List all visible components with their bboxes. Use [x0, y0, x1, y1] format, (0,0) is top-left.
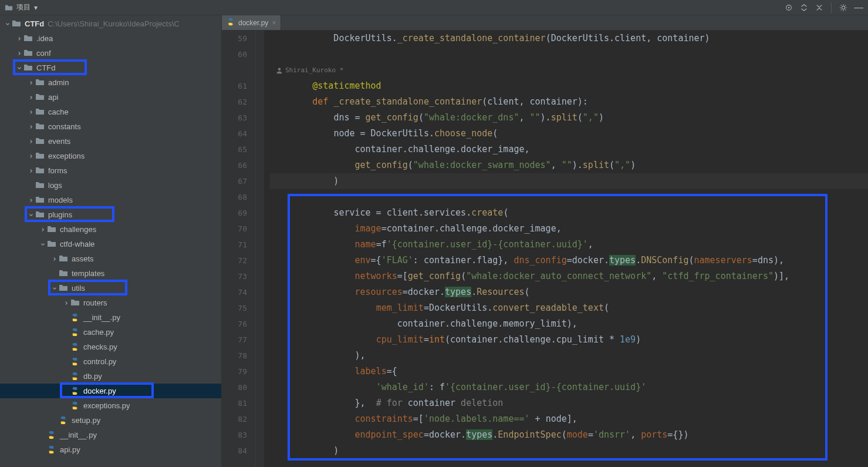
chevron-right-icon[interactable]	[27, 123, 35, 131]
code-line[interactable]: )	[270, 173, 868, 189]
tree-item-forms[interactable]: forms	[0, 163, 221, 178]
tree-item-setup-py[interactable]: setup.py	[0, 413, 221, 428]
code-line[interactable]: service = client.services.create(	[270, 205, 868, 221]
tree-item-conf[interactable]: conf	[0, 46, 221, 61]
code-area[interactable]: DockerUtils._create_standalone_container…	[264, 31, 868, 467]
tree-item-api-py[interactable]: api.py	[0, 442, 221, 457]
code-line[interactable]: DockerUtils._create_standalone_container…	[270, 31, 868, 46]
chevron-down-icon[interactable]	[50, 284, 59, 293]
tree-item-exceptions[interactable]: exceptions	[0, 149, 221, 163]
project-tree[interactable]: CTFdC:\Users\Shirai_Kuroko\IdeaProjects\…	[0, 15, 222, 467]
folder-icon	[35, 93, 45, 102]
tree-item-__init__-py[interactable]: __init__.py	[0, 310, 221, 325]
code-line[interactable]: container.challenge.docker_image,	[270, 142, 868, 157]
code-line[interactable]: env={'FLAG': container.flag}, dns_config…	[270, 253, 868, 268]
code-line[interactable]: labels={	[270, 364, 868, 379]
tree-item-templates[interactable]: templates	[0, 266, 221, 281]
code-line[interactable]: container.challenge.memory_limit),	[270, 316, 868, 332]
tree-item-models[interactable]: models	[0, 193, 221, 207]
tree-item-admin[interactable]: admin	[0, 75, 221, 90]
chevron-right-icon[interactable]	[39, 226, 47, 234]
code-line[interactable]: cpu_limit=int(container.challenge.cpu_li…	[270, 332, 868, 348]
locate-icon[interactable]	[784, 3, 793, 12]
folder-icon	[12, 19, 21, 29]
code-line[interactable]: endpoint_spec=docker.types.EndpointSpec(…	[270, 427, 868, 443]
code-line[interactable]: name=f'{container.user_id}-{container.uu…	[270, 237, 868, 253]
tree-item-control-py[interactable]: control.py	[0, 354, 221, 369]
tree-item-__init__-py[interactable]: __init__.py	[0, 428, 221, 442]
editor-tab-docker[interactable]: docker.py ×	[222, 15, 281, 30]
tree-item-CTFd[interactable]: CTFd	[0, 61, 221, 75]
code-line[interactable]: @staticmethod	[270, 78, 868, 94]
project-tool-window-label[interactable]: 项目 ▾	[0, 2, 42, 12]
chevron-right-icon[interactable]	[27, 152, 35, 160]
chevron-right-icon[interactable]	[27, 137, 35, 146]
chevron-right-icon[interactable]	[50, 255, 59, 263]
tree-item-cache[interactable]: cache	[0, 105, 221, 119]
code-line[interactable]: dns = get_config("whale:docker_dns", "")…	[270, 110, 868, 126]
expand-all-icon[interactable]	[799, 3, 809, 12]
chevron-right-icon[interactable]	[62, 299, 70, 307]
tree-item-api[interactable]: api	[0, 90, 221, 105]
python-file-icon	[70, 357, 80, 367]
code-line[interactable]: ),	[270, 348, 868, 364]
tree-item-constants[interactable]: constants	[0, 119, 221, 134]
code-line[interactable]: networks=[get_config("whale:docker_auto_…	[270, 268, 868, 284]
chevron-down-icon[interactable]	[39, 240, 47, 248]
line-number-gutter: 5960616263646566676869707172737475767778…	[222, 31, 256, 467]
folder-icon	[35, 166, 45, 176]
code-line[interactable]: }, # for container deletion	[270, 395, 868, 411]
tree-item-events[interactable]: events	[0, 134, 221, 149]
chevron-right-icon[interactable]	[27, 167, 35, 175]
chevron-right-icon[interactable]	[27, 79, 35, 87]
tree-item-logs[interactable]: logs	[0, 178, 221, 193]
fold-column[interactable]	[256, 31, 264, 467]
code-line[interactable]: mem_limit=DockerUtils.convert_readable_t…	[270, 300, 868, 316]
chevron-right-icon[interactable]	[15, 49, 23, 58]
folder-icon	[5, 4, 13, 12]
code-line[interactable]: def _create_standalone_container(client,…	[270, 94, 868, 110]
minimize-icon[interactable]: —	[854, 3, 863, 12]
tree-item-utils[interactable]: utils	[0, 281, 221, 295]
tree-item-db-py[interactable]: db.py	[0, 369, 221, 384]
tree-item--idea[interactable]: .idea	[0, 31, 221, 46]
code-line[interactable]: 'whale_id': f'{container.user_id}-{conta…	[270, 379, 868, 395]
tree-item-assets[interactable]: assets	[0, 251, 221, 266]
code-line[interactable]: get_config("whale:docker_swarm_nodes", "…	[270, 157, 868, 173]
chevron-right-icon[interactable]	[15, 35, 23, 43]
tree-item-ctfd-whale[interactable]: ctfd-whale	[0, 237, 221, 251]
code-line[interactable]	[270, 189, 868, 205]
svg-point-1	[788, 6, 790, 8]
tree-item-exceptions-py[interactable]: exceptions.py	[0, 398, 221, 413]
close-tab-icon[interactable]: ×	[272, 19, 276, 27]
folder-icon	[35, 196, 45, 205]
chevron-down-icon[interactable]	[4, 20, 12, 28]
code-line[interactable]: node = DockerUtils.choose_node(	[270, 126, 868, 142]
folder-icon	[35, 107, 45, 117]
tree-item-challenges[interactable]: challenges	[0, 222, 221, 237]
toolbar-divider	[831, 2, 832, 13]
tree-item-cache-py[interactable]: cache.py	[0, 325, 221, 340]
folder-icon	[59, 269, 68, 278]
chevron-down-icon[interactable]	[15, 64, 23, 72]
chevron-right-icon[interactable]	[27, 93, 35, 102]
code-line[interactable]: resources=docker.types.Resources(	[270, 284, 868, 300]
editor-pane: docker.py × 5960616263646566676869707172…	[222, 15, 868, 467]
code-line[interactable]: constraints=['node.labels.name==' + node…	[270, 411, 868, 427]
tree-item-checks-py[interactable]: checks.py	[0, 340, 221, 354]
code-line[interactable]: )	[270, 443, 868, 459]
code-line[interactable]: image=container.challenge.docker_image,	[270, 221, 868, 237]
python-file-icon	[47, 445, 56, 455]
tree-root[interactable]: CTFdC:\Users\Shirai_Kuroko\IdeaProjects\…	[0, 16, 221, 31]
tree-item-plugins[interactable]: plugins	[0, 207, 221, 222]
gear-icon[interactable]	[839, 3, 848, 12]
code-editor[interactable]: 5960616263646566676869707172737475767778…	[222, 31, 868, 467]
chevron-right-icon[interactable]	[27, 108, 35, 116]
code-line[interactable]: Shirai_Kuroko *	[270, 62, 868, 78]
tree-item-docker-py[interactable]: docker.py	[0, 384, 221, 398]
collapse-all-icon[interactable]	[815, 3, 824, 12]
chevron-down-icon[interactable]	[27, 211, 35, 219]
code-line[interactable]	[270, 46, 868, 62]
tree-item-routers[interactable]: routers	[0, 295, 221, 310]
chevron-right-icon[interactable]	[27, 196, 35, 204]
